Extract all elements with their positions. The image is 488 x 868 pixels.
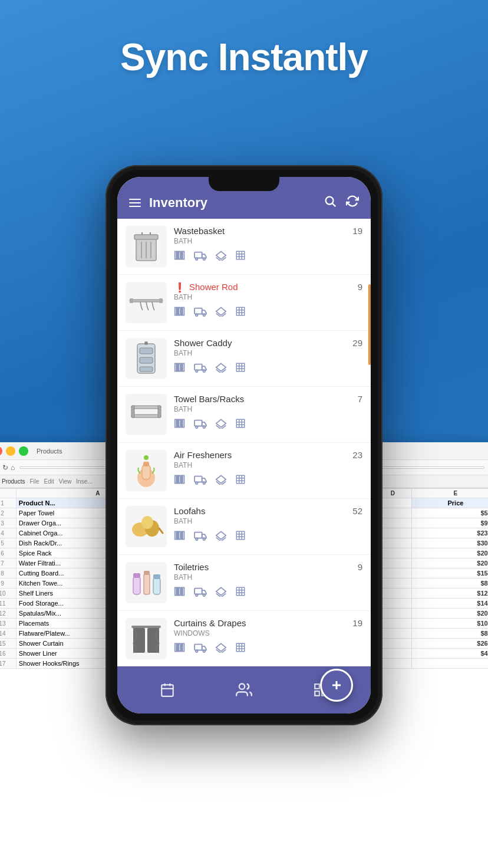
- menu-file[interactable]: File: [29, 478, 39, 485]
- item-actions: [174, 362, 362, 375]
- building-icon[interactable]: [235, 418, 246, 431]
- building-icon[interactable]: [235, 586, 246, 599]
- menu-insert[interactable]: Inse...: [76, 478, 92, 485]
- layers-icon[interactable]: [215, 474, 227, 487]
- add-item-button[interactable]: [320, 669, 353, 702]
- row-num-11: 11: [0, 599, 16, 609]
- menu-button[interactable]: [129, 199, 141, 207]
- search-button[interactable]: [324, 195, 337, 211]
- building-icon[interactable]: [235, 530, 246, 543]
- barcode-icon[interactable]: [174, 362, 186, 375]
- svg-point-85: [196, 538, 198, 541]
- item-name: Air Fresheners: [174, 450, 232, 460]
- list-item[interactable]: Wastebasket BATH: [117, 219, 371, 275]
- price-6: $20.00: [411, 558, 488, 568]
- nav-calendar[interactable]: [160, 682, 175, 698]
- list-item[interactable]: Towel Bars/Racks BATH: [117, 387, 371, 443]
- price-14: $26.00: [411, 639, 488, 649]
- nav-refresh[interactable]: ↻: [2, 463, 8, 472]
- building-icon[interactable]: [235, 306, 246, 319]
- items-list: Wastebasket BATH: [117, 219, 371, 691]
- truck-icon[interactable]: [194, 530, 207, 543]
- svg-rect-83: [183, 531, 184, 539]
- building-icon[interactable]: [235, 362, 246, 375]
- item-category: BATH: [174, 517, 362, 525]
- layers-icon[interactable]: [215, 362, 227, 375]
- svg-rect-25: [182, 307, 182, 315]
- barcode-icon[interactable]: [174, 530, 186, 543]
- svg-point-43: [196, 370, 198, 373]
- truck-icon[interactable]: [194, 362, 207, 375]
- svg-rect-80: [177, 531, 178, 539]
- svg-rect-111: [182, 643, 182, 651]
- maximize-window-btn[interactable]: [19, 446, 28, 456]
- list-item[interactable]: Air Fresheners BATH: [117, 443, 371, 499]
- row-num-5: 5: [0, 538, 16, 548]
- layers-icon[interactable]: [215, 586, 227, 599]
- hero-title: Sync Instantly: [0, 35, 488, 79]
- item-name-row: Curtains & Drapes: [174, 618, 362, 629]
- building-icon[interactable]: [235, 250, 246, 263]
- app-header-left: Inventory: [129, 195, 207, 211]
- row-num-4: 4: [0, 528, 16, 538]
- list-item[interactable]: ❗Shower Rod BATH: [117, 275, 371, 331]
- list-item[interactable]: Loofahs BATH: [117, 499, 371, 555]
- refresh-button[interactable]: [346, 195, 359, 211]
- item-category: BATH: [174, 349, 362, 357]
- list-item[interactable]: Shower Caddy BATH: [117, 331, 371, 387]
- barcode-icon[interactable]: [174, 306, 186, 319]
- svg-rect-65: [175, 475, 177, 483]
- barcode-icon[interactable]: [174, 474, 186, 487]
- price-10: $14.00: [411, 599, 488, 609]
- svg-rect-19: [130, 300, 163, 302]
- barcode-icon[interactable]: [174, 418, 186, 431]
- building-icon[interactable]: [235, 642, 246, 655]
- item-image: [126, 506, 167, 547]
- barcode-icon[interactable]: [174, 642, 186, 655]
- svg-rect-93: [153, 578, 160, 594]
- truck-icon[interactable]: [194, 474, 207, 487]
- item-image: [126, 282, 167, 323]
- svg-point-58: [203, 426, 206, 429]
- building-icon[interactable]: [235, 474, 246, 487]
- nav-people[interactable]: [236, 682, 252, 698]
- svg-point-114: [196, 650, 198, 653]
- row-num-3: 3: [0, 518, 16, 528]
- item-category: BATH: [174, 405, 362, 413]
- barcode-icon[interactable]: [174, 250, 186, 263]
- layers-icon[interactable]: [215, 418, 227, 431]
- item-name-row: Wastebasket: [174, 226, 362, 237]
- close-window-btn[interactable]: [0, 446, 2, 456]
- layers-icon[interactable]: [215, 250, 227, 263]
- item-name-row: Toiletries: [174, 562, 362, 573]
- menu-view[interactable]: View: [59, 478, 72, 485]
- truck-icon[interactable]: [194, 642, 207, 655]
- svg-point-29: [203, 314, 206, 317]
- item-image: [126, 394, 167, 435]
- list-item[interactable]: Toiletries BATH: [117, 555, 371, 611]
- barcode-icon[interactable]: [174, 586, 186, 599]
- svg-point-86: [203, 538, 206, 541]
- minimize-window-btn[interactable]: [6, 446, 15, 456]
- svg-rect-100: [194, 588, 202, 594]
- svg-rect-79: [175, 531, 177, 539]
- menu-edit[interactable]: Edit: [44, 478, 54, 485]
- item-actions: [174, 530, 362, 543]
- svg-rect-50: [158, 406, 161, 417]
- layers-icon[interactable]: [215, 530, 227, 543]
- col-header-e[interactable]: E: [411, 489, 488, 498]
- truck-icon[interactable]: [194, 586, 207, 599]
- price-16: [411, 659, 488, 669]
- row-num-1: 1: [0, 498, 16, 508]
- truck-icon[interactable]: [194, 250, 207, 263]
- item-name: Towel Bars/Racks: [174, 394, 244, 404]
- list-item[interactable]: Curtains & Drapes WINDOWS: [117, 611, 371, 667]
- item-count: 23: [352, 450, 362, 460]
- svg-rect-108: [175, 643, 177, 651]
- truck-icon[interactable]: [194, 306, 207, 319]
- nav-home[interactable]: ⌂: [11, 463, 15, 472]
- row-num-15: 15: [0, 639, 16, 649]
- layers-icon[interactable]: [215, 306, 227, 319]
- layers-icon[interactable]: [215, 642, 227, 655]
- truck-icon[interactable]: [194, 418, 207, 431]
